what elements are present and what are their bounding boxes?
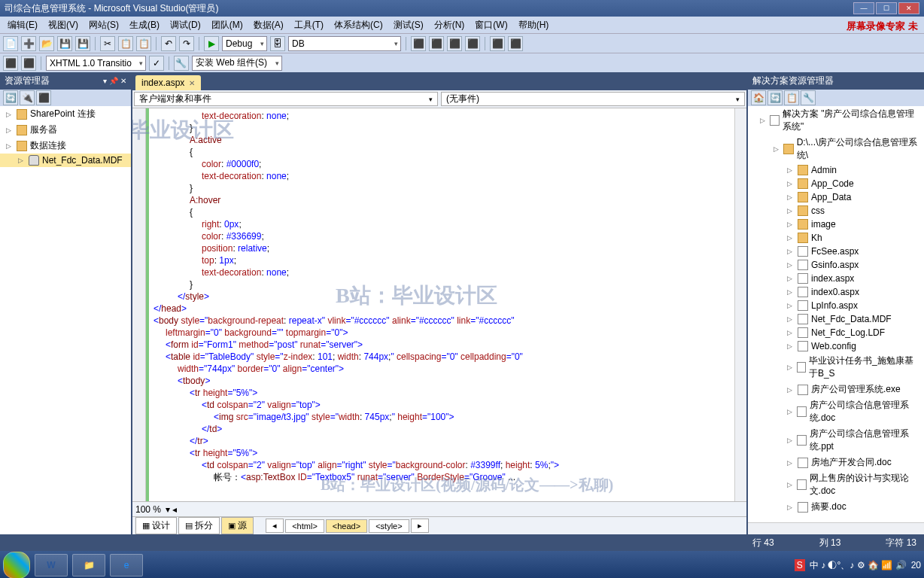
validate-icon[interactable]: ✓ [149, 56, 164, 71]
server-tree-item[interactable]: ▷服务器 [0, 122, 131, 138]
menu-item[interactable]: 网站(S) [84, 17, 123, 33]
minimize-button[interactable]: — [853, 2, 874, 14]
file-node[interactable]: ▷LpInfo.aspx [748, 299, 924, 312]
bc-nav-right[interactable]: ▸ [411, 519, 429, 533]
bc-html[interactable]: <html> [285, 519, 324, 533]
tab-index-aspx[interactable]: index.aspx ✕ [135, 75, 201, 90]
tool-icon-1[interactable]: ⬛ [411, 36, 426, 51]
file-node[interactable]: ▷Net_Fdc_Log.LDF [748, 326, 924, 339]
h-scrollbar[interactable] [748, 522, 924, 534]
menu-item[interactable]: 调试(D) [166, 17, 205, 33]
bc-style[interactable]: <style> [369, 519, 409, 533]
tool-icon-2[interactable]: ⬛ [429, 36, 444, 51]
folder-node[interactable]: ▷css [748, 204, 924, 218]
system-tray[interactable]: S 中 ♪ ◐°、♪ ⚙ 🏠 📶 🔊 20 [795, 559, 921, 572]
menu-item[interactable]: 数据(A) [249, 17, 288, 33]
event-dropdown[interactable]: (无事件) [441, 92, 745, 106]
zoom-level[interactable]: 100 % [135, 504, 161, 515]
file-node[interactable]: ▷房产公司管理系统.exe [748, 382, 924, 397]
menu-item[interactable]: 窗口(W) [470, 17, 512, 33]
menu-item[interactable]: 测试(S) [389, 17, 428, 33]
component-icon[interactable]: 🔧 [174, 56, 189, 71]
open-icon[interactable]: 📂 [39, 36, 54, 51]
connect-icon[interactable]: 🔌 [20, 90, 35, 105]
folder-node[interactable]: ▷Admin [748, 163, 924, 177]
stop-icon[interactable]: ⬛ [36, 90, 51, 105]
file-node[interactable]: ▷FcSee.aspx [748, 245, 924, 258]
task-ie[interactable]: e [110, 554, 143, 576]
folder-node[interactable]: ▷App_Code [748, 177, 924, 190]
file-node[interactable]: ▷Web.config [748, 339, 924, 353]
tool-icon-6[interactable]: ⬛ [508, 36, 523, 51]
menu-item[interactable]: 帮助(H) [514, 17, 554, 33]
file-node[interactable]: ▷网上售房的设计与实现论文.doc [748, 470, 924, 499]
object-dropdown[interactable]: 客户端对象和事件 [134, 92, 438, 106]
file-node[interactable]: ▷index.aspx [748, 272, 924, 285]
tool-icon-5[interactable]: ⬛ [490, 36, 505, 51]
view-design[interactable]: ▦ 设计 [135, 517, 177, 534]
doctype-combo[interactable]: XHTML 1.0 Transitio [46, 56, 146, 71]
copy-icon[interactable]: 📋 [118, 36, 133, 51]
start-button[interactable] [3, 552, 30, 578]
solution-node[interactable]: ▷解决方案 "房产公司综合信息管理系统" [748, 106, 924, 135]
file-node[interactable]: ▷Gsinfo.aspx [748, 258, 924, 272]
file-node[interactable]: ▷Net_Fdc_Data.MDF [748, 312, 924, 326]
config-combo[interactable]: Debug [222, 36, 267, 51]
sol-showall-icon[interactable]: 📋 [784, 90, 799, 105]
task-explorer[interactable]: 📁 [72, 554, 105, 576]
cut-icon[interactable]: ✂ [100, 36, 115, 51]
file-node[interactable]: ▷毕业设计任务书_施勉康基于B_S [748, 353, 924, 382]
db-icon[interactable]: 🗄 [270, 36, 285, 51]
bc-head[interactable]: <head> [326, 519, 367, 533]
file-node[interactable]: ▷房产公司综合信息管理系统.doc [748, 397, 924, 426]
close-button[interactable]: ✕ [898, 2, 919, 14]
new-project-icon[interactable]: 📄 [3, 36, 18, 51]
sol-home-icon[interactable]: 🏠 [751, 90, 766, 105]
view-split[interactable]: ▤ 拆分 [178, 517, 220, 534]
add-item-icon[interactable]: ➕ [21, 36, 36, 51]
sol-props-icon[interactable]: 🔧 [801, 90, 816, 105]
solution-explorer-panel: 解决方案资源管理器 🏠 🔄 📋 🔧 ▷解决方案 "房产公司综合信息管理系统"▷D… [746, 72, 924, 534]
menu-item[interactable]: 视图(V) [44, 17, 83, 33]
save-all-icon[interactable]: 💾 [75, 36, 90, 51]
maximize-button[interactable]: ☐ [876, 2, 897, 14]
db-combo[interactable]: DB [288, 36, 401, 51]
save-icon[interactable]: 💾 [57, 36, 72, 51]
redo-icon[interactable]: ↷ [179, 36, 194, 51]
undo-icon[interactable]: ↶ [161, 36, 176, 51]
tool-icon-4[interactable]: ⬛ [465, 36, 480, 51]
file-node[interactable]: ▷摘要.doc [748, 499, 924, 515]
menu-item[interactable]: 工具(T) [290, 17, 328, 33]
tool-icon-3[interactable]: ⬛ [447, 36, 462, 51]
bc-nav-left[interactable]: ◂ [266, 519, 284, 533]
folder-node[interactable]: ▷App_Data [748, 190, 924, 204]
sec-icon-2[interactable]: ⬛ [21, 56, 36, 71]
tab-close-icon[interactable]: ✕ [189, 79, 195, 87]
paste-icon[interactable]: 📋 [136, 36, 151, 51]
menu-item[interactable]: 体系结构(C) [330, 17, 388, 33]
server-tree-item[interactable]: ▷SharePoint 连接 [0, 106, 131, 122]
view-source[interactable]: ▣ 源 [221, 517, 254, 534]
task-word[interactable]: W [35, 554, 68, 576]
file-node[interactable]: ▷index0.aspx [748, 285, 924, 299]
start-debug-icon[interactable]: ▶ [204, 36, 219, 51]
project-node[interactable]: ▷D:\...\房产公司综合信息管理系统\ [748, 135, 924, 163]
pin-icon[interactable]: ▾ 📌 ✕ [103, 77, 126, 85]
server-tree-item[interactable]: ▷数据连接 [0, 138, 131, 154]
menu-item[interactable]: 分析(N) [430, 17, 470, 33]
sol-refresh-icon[interactable]: 🔄 [767, 90, 783, 105]
menu-item[interactable]: 生成(B) [125, 17, 164, 33]
install-combo[interactable]: 安装 Web 组件(S) [192, 56, 282, 71]
server-tree-db[interactable]: ▷Net_Fdc_Data.MDF [0, 154, 131, 167]
sec-icon-1[interactable]: ⬛ [3, 56, 18, 71]
folder-node[interactable]: ▷Kh [748, 231, 924, 245]
vertical-scrollbar[interactable] [734, 108, 746, 501]
menu-item[interactable]: 团队(M) [207, 17, 248, 33]
menu-item[interactable]: 编辑(E) [3, 17, 42, 33]
folder-node[interactable]: ▷image [748, 218, 924, 231]
code-content[interactable]: text-decoration: none;}A:active{color: #… [149, 108, 734, 501]
file-node[interactable]: ▷房地产开发合同.doc [748, 455, 924, 470]
code-editor[interactable]: text-decoration: none;}A:active{color: #… [132, 108, 746, 501]
file-node[interactable]: ▷房产公司综合信息管理系统.ppt [748, 426, 924, 455]
refresh-icon[interactable]: 🔄 [3, 90, 18, 105]
